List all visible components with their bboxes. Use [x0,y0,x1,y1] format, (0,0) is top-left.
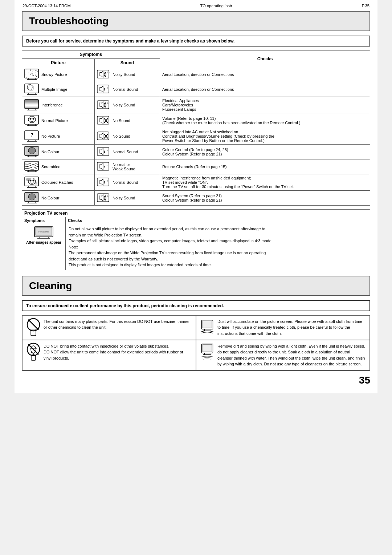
svg-rect-0 [25,69,38,78]
svg-point-4 [35,70,36,70]
svg-point-14 [30,74,31,74]
svg-point-39 [29,85,34,91]
cleaning-text-3: DO NOT bring into contact with insectici… [44,343,192,361]
svg-point-19 [36,70,37,70]
svg-point-28 [30,74,31,75]
picture-cell: Interference [22,97,95,113]
svg-marker-115 [100,195,103,201]
picture-cell: Coloured Patches [22,174,95,191]
svg-point-26 [31,73,32,73]
checks-cell: Aerial Location, direction or Connection… [160,67,370,82]
troubleshooting-banner: Before you call for service, determine t… [22,36,370,46]
header-right: P.35 [362,4,369,8]
svg-point-18 [26,70,26,70]
svg-point-16 [32,76,32,76]
no-chemicals-icon [26,319,41,337]
sound-cell: ♪♪ Noisy Sound [95,191,160,206]
svg-point-101 [34,182,37,185]
svg-marker-44 [100,86,103,92]
sound-cell: ♪ Normal or Weak Sound [95,159,160,174]
projection-checks-header: Checks [66,217,84,224]
picture-cell: Scrambled [22,159,95,174]
cleaning-title: Cleaning [22,276,370,296]
cleaning-section: Cleaning To ensure continued excellent p… [22,276,370,371]
svg-point-21 [33,74,33,74]
projection-tv-section: Projection TV screen Symptoms Checks Pan… [22,209,370,270]
svg-point-12 [36,76,37,77]
svg-point-11 [30,70,30,71]
svg-text:♪♪: ♪♪ [107,194,110,197]
svg-point-8 [33,75,34,75]
cleaning-banner: To ensure continued excellent performanc… [22,300,370,311]
picture-cell: No Colour [22,191,95,206]
col-symptoms-header: Symptoms [22,50,160,59]
svg-point-63 [33,118,34,120]
svg-point-27 [33,76,33,76]
picture-cell: Multiple Image [22,82,95,97]
svg-point-3 [32,72,32,72]
picture-cell: ? No Picture [22,128,95,145]
cleaning-cell-2: Dust will accumulate on the picture scre… [196,315,370,340]
cleaning-cell-4: Remove dirt and soiling by wiping with a… [196,340,370,370]
svg-point-20 [28,73,28,73]
svg-text:♪♪: ♪♪ [107,71,110,73]
header-bar: 29-OCT-2004 13:14 FROM TO operating inst… [22,4,370,8]
svg-marker-87 [100,149,103,155]
sound-cell: ♪ Normal Sound [95,174,160,191]
sound-cell: ♪♪ Noisy Sound [95,67,160,82]
svg-rect-128 [203,321,212,328]
col-sound-header: Sound [95,59,160,67]
svg-point-30 [35,75,36,75]
svg-point-110 [28,194,36,200]
svg-marker-68 [100,117,103,123]
svg-point-10 [26,77,26,77]
svg-marker-77 [100,133,103,139]
sound-cell: ♪ Normal Sound [95,82,160,97]
projection-symptoms-body: Panasonic After-images appear [22,224,66,270]
checks-cell: Aerial Location, direction or Connection… [160,82,370,97]
picture-cell: Snowy Picture [22,67,95,82]
cleaning-text-1: The unit contains many plastic parts. Fo… [44,319,192,331]
svg-marker-58 [100,102,103,108]
svg-text:♪: ♪ [106,164,107,166]
header-middle: TO operating instr [200,4,232,8]
svg-text:♪: ♪ [107,179,108,182]
svg-point-98 [30,180,32,182]
svg-point-99 [33,180,34,182]
svg-text:♪: ♪ [107,86,108,89]
svg-point-2 [37,71,38,72]
checks-cell: Colour Control (Refer to page 24, 25) Co… [160,145,370,159]
projection-tv-icon: Panasonic [34,226,54,239]
checks-cell: Retune Channels (Refer to page 15) [160,159,370,174]
page-number: 35 [22,374,370,386]
troubleshooting-table: Symptoms Checks Picture Sound Snowy Pict… [22,50,370,206]
cleaning-grid: The unit contains many plastic parts. Fo… [22,315,370,371]
svg-rect-138 [203,345,212,352]
svg-point-9 [33,70,33,71]
projection-symptoms-header: Symptoms [22,217,66,224]
svg-text:♪♪: ♪♪ [107,101,110,104]
cleaning-cell-3: DO NOT bring into contact with insectici… [22,340,196,370]
picture-cell: Normal Picture [22,113,95,128]
sound-cell: ♪ Normal Sound [95,145,160,159]
troubleshooting-title: Troubleshooting [22,11,370,31]
svg-point-5 [36,72,36,73]
picture-cell: No Colour [22,145,95,159]
svg-text:?: ? [30,132,34,138]
svg-text:♪: ♪ [107,149,108,151]
checks-cell: Magnetic interference from unshielded eq… [160,174,370,191]
svg-line-124 [28,320,38,330]
svg-marker-35 [100,71,103,77]
cleaning-cell-1: The unit contains many plastic parts. Fo… [22,315,196,340]
svg-point-23 [33,73,33,74]
projection-title: Projection TV screen [22,210,370,217]
svg-text:Panasonic: Panasonic [38,231,49,233]
svg-point-13 [26,74,26,74]
sound-cell: No Sound [95,113,160,128]
svg-point-1 [36,75,36,76]
col-picture-header: Picture [22,59,95,67]
svg-marker-94 [100,163,103,170]
screen-wipe-icon [200,319,215,337]
svg-point-62 [30,118,32,120]
checks-cell: Not plugged into AC outlet Not switched … [160,128,370,145]
